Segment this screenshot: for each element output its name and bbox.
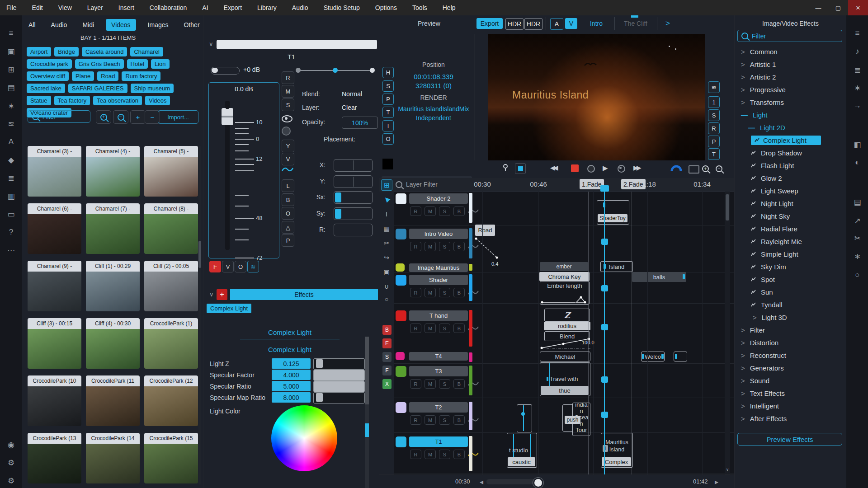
params-scrollbar[interactable] [365, 337, 369, 488]
playhead-keyframe[interactable] [601, 376, 608, 383]
tab-all[interactable]: All [25, 19, 39, 31]
io-button-h[interactable]: H [382, 67, 394, 78]
side-solo-button[interactable]: S [282, 99, 294, 111]
tree-item-reconstruct[interactable]: >Reconstruct [735, 349, 846, 361]
media-item-crocodilepark-11[interactable]: CrocodilePark (11 [86, 375, 140, 426]
tag-tea-factory[interactable]: Tea factory [54, 96, 90, 105]
gain-slider[interactable] [211, 67, 240, 75]
tree-item-distortion[interactable]: >Distortion [735, 336, 846, 349]
menu-collaboration[interactable]: Collaboration [150, 4, 187, 11]
menu-insert[interactable]: Insert [118, 4, 134, 11]
playhead-keyframe[interactable] [601, 324, 608, 330]
io-button-s[interactable]: S [382, 80, 394, 92]
scroll-left-icon[interactable]: ◂ [480, 478, 483, 486]
param-slider-specular-map-ratio[interactable] [313, 392, 365, 404]
keyframe-marker[interactable] [642, 354, 644, 359]
side-o-button[interactable]: O [282, 207, 294, 220]
pan-dot-mid[interactable] [333, 68, 338, 73]
preview-side-button-1[interactable]: 1 [708, 96, 720, 108]
tag-chamarel[interactable]: Chamarel [130, 47, 163, 56]
scroll-knob[interactable] [533, 478, 543, 488]
tree-item-sound[interactable]: >Sound [735, 374, 846, 387]
add-button[interactable]: + [130, 110, 146, 124]
tag-safari-galeries[interactable]: SAFARI GALERIES [68, 84, 127, 93]
menu-audio[interactable]: Audio [292, 4, 308, 11]
settings-gear-icon[interactable]: ⚙ [0, 458, 22, 468]
side-triangle-button[interactable]: △ [282, 221, 294, 234]
share-icon[interactable]: ↗ [846, 216, 868, 225]
keyframe-marker[interactable] [683, 274, 685, 279]
timeline-vertical-scrollbar[interactable] [725, 192, 730, 474]
monitor-icon[interactable]: ▣ [0, 47, 22, 56]
tree-item-after-effects[interactable]: >After Effects [735, 412, 846, 425]
pin-icon[interactable]: ◆ [0, 155, 22, 165]
zoom-out-filter-button[interactable]: − [113, 110, 128, 124]
strip-o[interactable]: O [235, 261, 246, 272]
stop-icon[interactable] [571, 164, 579, 172]
effects-star-icon[interactable]: ∗ [0, 101, 22, 111]
tree-item-sun[interactable]: Sun [735, 286, 846, 298]
tree-item-progressive[interactable]: >Progressive [735, 83, 846, 96]
strip-f[interactable]: F [209, 261, 221, 272]
tag-plane[interactable]: Plane [72, 71, 94, 81]
tree-item-complex-light[interactable]: Complex Light [735, 134, 846, 146]
tree-item-filter[interactable]: >Filter [735, 324, 846, 336]
clip-chroma-key[interactable]: Chroma Key [539, 272, 590, 281]
apps-grid-icon[interactable]: ⊞ [0, 65, 22, 75]
menu-edit[interactable]: Edit [32, 4, 43, 11]
tag-sacred-lake[interactable]: Sacred lake [27, 84, 65, 93]
tree-item-common[interactable]: >Common [735, 45, 846, 58]
preview-side-button-p[interactable]: P [708, 136, 720, 147]
tree-item-light-3d[interactable]: >Light 3D [735, 311, 846, 324]
blend-value[interactable]: Normal [342, 90, 362, 98]
library-icon[interactable]: ▤ [846, 197, 868, 207]
tree-item-spot[interactable]: Spot [735, 273, 846, 286]
media-item-cliff-1-00-29[interactable]: Cliff (1) - 00:29 [86, 261, 140, 311]
param-value-light-z[interactable]: 0.125 [272, 358, 311, 369]
tag-videos[interactable]: Videos [145, 96, 170, 105]
star-icon[interactable]: ∗ [846, 252, 868, 261]
tab-other[interactable]: Other [180, 19, 203, 31]
menu-file[interactable]: File [6, 4, 17, 11]
param-value-specular-ratio[interactable]: 5.000 [272, 381, 311, 391]
mixer-icon[interactable]: ≣ [846, 66, 868, 75]
param-slider-specular-ratio[interactable] [313, 381, 365, 392]
clip-small[interactable] [674, 352, 687, 361]
opacity-value[interactable]: 100% [342, 117, 378, 129]
menu-tools[interactable]: Tools [412, 4, 427, 11]
effects-collapse-chevron-icon[interactable]: ∨ [209, 291, 214, 298]
clip-balls[interactable]: balls [632, 272, 686, 282]
marker-pin-icon[interactable] [502, 164, 509, 173]
clip-island[interactable]: Island [600, 261, 633, 272]
io-button-i[interactable]: I [382, 120, 394, 131]
timeline-horizontal-scrollbar[interactable] [486, 479, 543, 484]
media-item-chamarel-3[interactable]: Chamarel (3) - [28, 146, 81, 197]
tab-midi[interactable]: Midi [79, 19, 98, 31]
tab-audio[interactable]: Audio [47, 19, 71, 31]
sequence-tab-the-cliff[interactable]: The Cliff [620, 18, 651, 29]
side-wave-icon[interactable] [282, 166, 293, 178]
clip-shadertoy[interactable]: ShaderToy [597, 200, 629, 225]
tree-item-light[interactable]: —Light [735, 108, 846, 121]
io-button-p[interactable]: P [382, 94, 394, 105]
io-button-t[interactable]: T [382, 107, 394, 118]
more-icon[interactable]: ⋯ [0, 246, 22, 255]
document-icon[interactable]: ▤ [0, 83, 22, 93]
pan-dot-right[interactable] [370, 68, 375, 73]
add-effect-button[interactable]: + [217, 289, 227, 300]
tree-item-glow-2[interactable]: Glow 2 [735, 172, 846, 184]
media-item-chamarel-8[interactable]: Chamarel (8) - [144, 203, 198, 254]
menu-options[interactable]: Options [375, 4, 397, 11]
layer-value[interactable]: Clear [342, 104, 357, 111]
tree-item-night-light[interactable]: Night Light [735, 197, 846, 210]
media-item-chamarel-5[interactable]: Chamarel (5) - [144, 146, 198, 197]
folder-icon[interactable]: ▭ [0, 210, 22, 219]
slider-handle[interactable] [316, 359, 323, 368]
tree-item-radial-flare[interactable]: Radial Flare [735, 222, 846, 235]
param-value-specular-map-ratio[interactable]: 8.000 [272, 392, 311, 403]
users-icon[interactable]: ◉ [0, 440, 22, 450]
tree-item-artistic-1[interactable]: >Artistic 1 [735, 58, 846, 70]
clip-travel[interactable]: Travel with thue [540, 362, 590, 396]
tree-item-night-sky[interactable]: Night Sky [735, 210, 846, 222]
io-button-o[interactable]: O [382, 133, 394, 145]
